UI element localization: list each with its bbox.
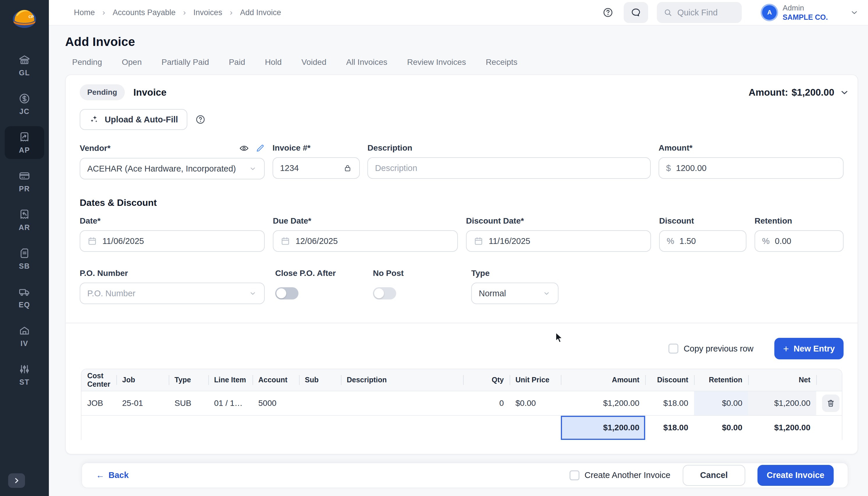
sidebar-item-eq[interactable]: EQ (5, 281, 44, 314)
cell-qty[interactable]: 0 (463, 391, 509, 416)
tab-all-invoices[interactable]: All Invoices (346, 58, 387, 67)
edit-vendor-icon[interactable] (255, 144, 265, 153)
sidebar-item-ap[interactable]: AP (5, 126, 44, 159)
delete-row-button[interactable] (822, 394, 839, 412)
sidebar-item-label: IV (21, 339, 29, 348)
po-number-placeholder: P.O. Number (87, 289, 135, 298)
po-number-select[interactable]: P.O. Number (80, 283, 265, 304)
sidebar-item-pr[interactable]: PR (5, 165, 44, 198)
col-type[interactable]: Type (169, 369, 208, 391)
tab-partially-paid[interactable]: Partially Paid (162, 58, 209, 67)
app-window: CP GL JC AP PR AR (0, 0, 868, 496)
cell-net[interactable]: $1,200.00 (748, 391, 816, 416)
total-amount-cell[interactable]: $1,200.00 (561, 416, 645, 440)
back-link[interactable]: ← Back (96, 470, 128, 480)
cell-cost-center[interactable]: JOB (81, 391, 116, 416)
col-retention[interactable]: Retention (694, 369, 748, 391)
description-label: Description (367, 143, 412, 153)
col-amount[interactable]: Amount (561, 369, 645, 391)
status-badge: Pending (80, 84, 125, 100)
cell-job[interactable]: 25-01 (116, 391, 169, 416)
copy-previous-row-checkbox[interactable] (668, 344, 678, 354)
col-job[interactable]: Job (116, 369, 169, 391)
no-post-toggle[interactable] (373, 287, 396, 299)
page-title: Add Invoice (65, 35, 858, 49)
search-icon (663, 8, 672, 17)
col-line-item[interactable]: Line Item (208, 369, 253, 391)
due-date-field[interactable]: 12/06/2025 (273, 230, 458, 252)
quick-find-input[interactable] (677, 8, 735, 17)
sidebar-item-gl[interactable]: GL (5, 49, 44, 82)
col-description[interactable]: Description (341, 369, 463, 391)
tab-open[interactable]: Open (122, 58, 142, 67)
col-discount[interactable]: Discount (645, 369, 694, 391)
invoice-number-input[interactable] (280, 164, 343, 173)
cell-unit-price[interactable]: $0.00 (509, 391, 561, 416)
chevron-down-icon (248, 289, 257, 298)
date-field[interactable]: 11/06/2025 (80, 230, 265, 252)
tab-pending[interactable]: Pending (72, 58, 102, 67)
col-net[interactable]: Net (748, 369, 816, 391)
vendor-select[interactable]: ACEHAR (Ace Hardware, Incorporated) (80, 158, 265, 180)
breadcrumb-accounts-payable[interactable]: Accounts Payable (112, 8, 176, 17)
sidebar-item-iv[interactable]: IV (5, 320, 44, 352)
cell-sub[interactable] (299, 391, 341, 416)
col-sub[interactable]: Sub (299, 369, 341, 391)
chevron-down-icon[interactable] (850, 8, 859, 17)
cell-description[interactable] (341, 391, 463, 416)
discount-field[interactable]: % 1.50 (659, 230, 746, 252)
user-company[interactable]: SAMPLE CO. (782, 13, 828, 22)
col-cost-center[interactable]: Cost Center (81, 369, 116, 391)
cancel-button[interactable]: Cancel (683, 465, 745, 486)
sidebar-item-jc[interactable]: JC (5, 88, 44, 120)
type-value: Normal (479, 289, 506, 298)
amount-input[interactable] (676, 164, 836, 173)
cell-discount[interactable]: $18.00 (645, 391, 694, 416)
tab-receipts[interactable]: Receipts (486, 58, 517, 67)
tab-paid[interactable]: Paid (229, 58, 245, 67)
breadcrumb-home[interactable]: Home (74, 8, 95, 17)
new-entry-button[interactable]: + New Entry (774, 338, 843, 359)
quick-find-search[interactable] (657, 2, 742, 23)
amount-summary-toggle[interactable]: Amount: $1,200.00 (749, 87, 849, 98)
user-menu[interactable]: A Admin SAMPLE CO. (760, 3, 859, 22)
document-icon (18, 247, 31, 260)
cell-line-item[interactable]: 01 / 100... (208, 391, 253, 416)
app-logo-hardhat[interactable]: CP (12, 5, 37, 30)
col-unit-price[interactable]: Unit Price (509, 369, 561, 391)
retention-field[interactable]: % 0.00 (755, 230, 843, 252)
col-account[interactable]: Account (253, 369, 299, 391)
sidebar-item-st[interactable]: ST (5, 358, 44, 391)
calendar-icon (87, 236, 97, 246)
description-field[interactable] (367, 157, 651, 179)
help-icon[interactable] (602, 7, 614, 18)
breadcrumb-invoices[interactable]: Invoices (194, 8, 222, 17)
invoice-number-field[interactable] (273, 157, 360, 179)
help-circle-icon[interactable] (195, 114, 206, 125)
upload-autofill-button[interactable]: Upload & Auto-Fill (80, 109, 187, 130)
chat-button[interactable] (624, 2, 648, 23)
cell-retention[interactable]: $0.00 (694, 391, 748, 416)
type-select[interactable]: Normal (471, 283, 559, 304)
create-invoice-button[interactable]: Create Invoice (758, 465, 834, 486)
tab-voided[interactable]: Voided (301, 58, 326, 67)
description-input[interactable] (375, 164, 643, 173)
cell-type[interactable]: SUB (169, 391, 208, 416)
sidebar-item-sb[interactable]: SB (5, 242, 44, 275)
tab-review-invoices[interactable]: Review Invoices (407, 58, 466, 67)
percent-prefix: % (762, 236, 770, 246)
no-post-label: No Post (373, 269, 404, 278)
view-vendor-icon[interactable] (239, 143, 249, 153)
close-po-after-label: Close P.O. After (275, 269, 336, 278)
create-another-invoice-checkbox[interactable] (569, 470, 579, 480)
tab-hold[interactable]: Hold (265, 58, 282, 67)
close-po-after-toggle[interactable] (275, 287, 299, 299)
sidebar-expand-button[interactable] (8, 473, 25, 488)
col-qty[interactable]: Qty (463, 369, 509, 391)
cell-amount[interactable]: $1,200.00 (561, 391, 645, 416)
amount-field[interactable]: $ (658, 157, 843, 179)
invoice-form-card: Pending Invoice Amount: $1,200.00 Upload… (65, 74, 858, 454)
discount-date-field[interactable]: 11/16/2025 (466, 230, 651, 252)
sidebar-item-ar[interactable]: AR (5, 203, 44, 236)
cell-account[interactable]: 5000 (253, 391, 299, 416)
